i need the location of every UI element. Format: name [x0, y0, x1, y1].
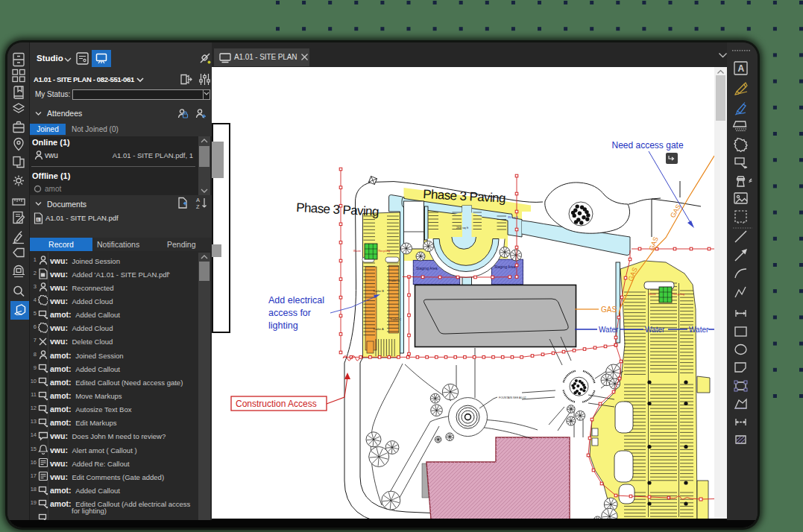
svg-text:GAS: GAS — [601, 305, 617, 314]
svg-text:Water: Water — [689, 326, 709, 334]
svg-text:Trailer B: Trailer B — [373, 289, 384, 293]
svg-text:95 sq ft: 95 sq ft — [508, 215, 519, 219]
svg-text:Staging Area: Staging Area — [416, 266, 438, 270]
svg-text:A: A — [37, 218, 39, 222]
svg-text:Recycling: Recycling — [379, 250, 391, 253]
svg-text:Trailer D: Trailer D — [388, 279, 400, 282]
svg-text:access for: access for — [268, 308, 311, 318]
svg-text:A: A — [738, 63, 745, 74]
svg-text:Water: Water — [645, 326, 665, 334]
svg-text:lighting: lighting — [268, 320, 298, 331]
svg-text:Waste: Waste — [353, 250, 361, 253]
svg-text:Trailer C: Trailer C — [390, 317, 401, 321]
svg-text:Z: Z — [196, 203, 200, 209]
svg-text:FOUNTAIN SEE A0.02: FOUNTAIN SEE A0.02 — [499, 396, 526, 399]
svg-text:Waste: Waste — [649, 293, 656, 296]
svg-text:Need access gate: Need access gate — [612, 140, 684, 151]
svg-text:Trailer A: Trailer A — [373, 327, 384, 331]
svg-text:Recycling: Recycling — [673, 293, 685, 296]
svg-text:268 sq ft: 268 sq ft — [456, 226, 469, 229]
svg-text:A: A — [196, 197, 200, 203]
svg-text:Staging Area: Staging Area — [494, 265, 516, 269]
svg-text:Add electrical: Add electrical — [268, 295, 324, 305]
svg-text:Construction Access: Construction Access — [236, 399, 317, 409]
svg-text:Phase 3 Paving: Phase 3 Paving — [296, 200, 380, 219]
svg-text:Water: Water — [599, 326, 619, 334]
